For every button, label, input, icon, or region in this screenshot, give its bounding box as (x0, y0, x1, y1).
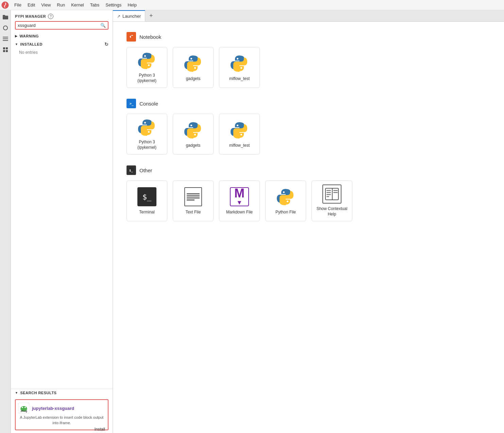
notebook-card-mlflow[interactable]: mlflow_test (219, 47, 260, 88)
python3-icon (137, 51, 157, 70)
notebook-cards: Python 3 (ipykernel) gadgets (127, 47, 490, 88)
contextual-card[interactable]: Show Contextual Help (312, 180, 352, 221)
list-icon[interactable] (1, 35, 10, 43)
menu-edit[interactable]: Edit (25, 1, 38, 9)
menu-bar: File Edit View Run Kernel Tabs Settings … (0, 0, 504, 10)
terminal-card-label: Terminal (139, 210, 154, 215)
console-card-gadgets[interactable]: gadgets (173, 114, 214, 155)
svg-rect-29 (333, 190, 338, 191)
search-results-section: ▼ SEARCH RESULTS JFrog (11, 389, 113, 433)
textfile-card-label: Text File (186, 210, 201, 215)
installed-section-header[interactable]: ▼ INSTALLED ↻ (11, 40, 113, 49)
notebook-card-mlflow-label: mlflow_test (229, 76, 250, 82)
menu-kernel[interactable]: Kernel (68, 1, 87, 9)
refresh-button[interactable]: ↻ (104, 42, 109, 47)
gadgets-icon (183, 53, 203, 74)
console-gadgets-icon (183, 120, 203, 140)
console-card-python3-label: Python 3 (ipykernel) (131, 140, 163, 150)
svg-point-3 (3, 26, 7, 30)
pypi-search-input[interactable] (18, 23, 100, 28)
contextual-card-icon (322, 185, 342, 204)
svg-rect-9 (3, 50, 5, 52)
svg-rect-6 (3, 40, 8, 41)
result-name: jupyterlab-xssguard (32, 406, 74, 411)
terminal-icon-box: $_ (137, 187, 156, 206)
textfile-line-1 (187, 193, 200, 194)
search-icon[interactable]: 🔍 (100, 23, 106, 28)
other-cards: $_ Terminal Text Fil (127, 180, 490, 221)
pypi-header: PYPI MANAGER ? (11, 10, 113, 21)
main-content: ↗ Launcher + Notebook (113, 10, 504, 433)
terminal-card[interactable]: $_ Terminal (127, 180, 167, 221)
menu-settings[interactable]: Settings (103, 1, 124, 9)
svg-rect-28 (326, 196, 329, 197)
textfile-card[interactable]: Text File (173, 180, 214, 221)
svg-rect-7 (3, 47, 5, 49)
menu-view[interactable]: View (38, 1, 53, 9)
contextual-icon-box (322, 185, 341, 204)
terminal-card-icon: $_ (137, 187, 157, 207)
menu-file[interactable]: File (12, 1, 24, 9)
folder-icon[interactable] (1, 13, 10, 21)
launcher-area: Notebook Python 3 (ipykernel) (113, 22, 504, 433)
textfile-line-4 (187, 199, 195, 201)
menu-run[interactable]: Run (54, 1, 68, 9)
menu-help[interactable]: Help (125, 1, 139, 9)
app-logo (1, 1, 9, 9)
textfile-line-2 (187, 195, 200, 196)
svg-text:$_: $_ (129, 169, 133, 172)
svg-rect-4 (3, 37, 8, 37)
svg-rect-25 (326, 190, 331, 191)
textfile-icon-box (184, 187, 202, 206)
puzzle-icon[interactable] (1, 46, 10, 54)
notebook-section-title: Notebook (127, 32, 490, 42)
tab-bar: ↗ Launcher + (113, 10, 504, 22)
new-tab-button[interactable]: + (146, 11, 156, 21)
installed-arrow: ▼ (15, 43, 18, 46)
pypi-title: PYPI MANAGER (15, 14, 46, 18)
console-section-icon: >_ (127, 99, 136, 108)
pypi-help-icon[interactable]: ? (48, 14, 53, 19)
search-results-arrow: ▼ (15, 391, 18, 395)
launcher-tab-icon: ↗ (117, 14, 120, 19)
markdown-card-icon: M ▼ (229, 187, 250, 207)
svg-rect-27 (326, 194, 331, 195)
markdown-card[interactable]: M ▼ Markdown File (219, 180, 260, 221)
console-card-python3[interactable]: Python 3 (ipykernel) (127, 114, 167, 155)
svg-text:JFrog: JFrog (20, 410, 27, 413)
pypi-panel: PYPI MANAGER ? 🔍 ▶ WARNING ▼ INSTALLED ↻… (11, 10, 113, 433)
other-section-label: Other (139, 167, 152, 173)
launcher-tab[interactable]: ↗ Launcher (113, 10, 145, 21)
mlflow-icon (229, 53, 250, 74)
search-results-header[interactable]: ▼ SEARCH RESULTS (11, 389, 113, 397)
pythonfile-card[interactable]: Python File (265, 180, 306, 221)
svg-rect-8 (6, 47, 8, 49)
installed-label: INSTALLED (20, 42, 42, 46)
console-card-mlflow[interactable]: mlflow_test (219, 114, 260, 155)
menu-tabs[interactable]: Tabs (87, 1, 102, 9)
notebook-section-label: Notebook (139, 34, 161, 40)
warning-section-header[interactable]: ▶ WARNING (11, 32, 113, 40)
circle-icon[interactable] (1, 24, 10, 32)
notebook-card-python3[interactable]: Python 3 (ipykernel) (127, 47, 167, 88)
svg-rect-26 (326, 192, 331, 193)
result-header: JFrog jupyterlab-xssguard (18, 403, 105, 414)
search-result-item[interactable]: JFrog jupyterlab-xssguard A JupyterLab e… (15, 399, 108, 430)
notebook-card-python3-label: Python 3 (ipykernel) (131, 73, 163, 83)
markdown-down-arrow: ▼ (234, 199, 245, 206)
console-python3-icon (137, 118, 157, 137)
svg-rect-17 (129, 34, 134, 39)
svg-rect-1 (3, 16, 8, 19)
console-card-mlflow-label: mlflow_test (229, 143, 250, 148)
icon-sidebar (0, 10, 11, 433)
notebook-section-icon (127, 32, 136, 42)
notebook-card-gadgets[interactable]: gadgets (173, 47, 214, 88)
install-button[interactable]: Install (95, 427, 105, 432)
console-card-gadgets-label: gadgets (186, 143, 201, 148)
svg-text:>_: >_ (130, 102, 134, 106)
other-section-title: $_ Other (127, 165, 490, 175)
pypi-search-container: 🔍 (15, 21, 108, 30)
svg-rect-30 (333, 192, 338, 193)
console-section-label: Console (139, 101, 158, 107)
warning-label: WARNING (20, 34, 39, 38)
